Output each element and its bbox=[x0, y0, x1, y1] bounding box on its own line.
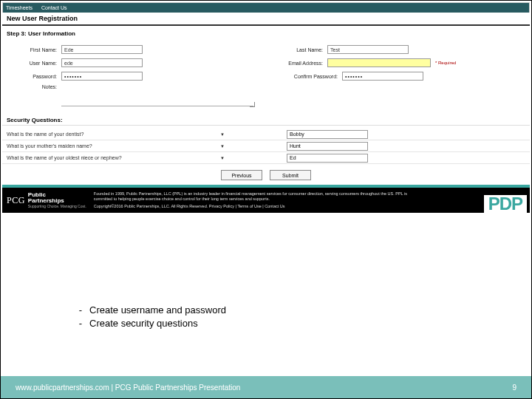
slide-footer: www.publicpartnerships.com | PCG Public … bbox=[1, 376, 531, 398]
security-question-1-select[interactable]: What is the name of your dentist? ▼ bbox=[2, 132, 228, 137]
submit-button[interactable]: Submit bbox=[270, 170, 311, 180]
security-questions-heading: Security Questions: bbox=[2, 112, 530, 126]
slide-page-number: 9 bbox=[512, 383, 516, 392]
chevron-down-icon: ▼ bbox=[220, 132, 225, 137]
page-title-bar: New User Registration bbox=[2, 13, 530, 26]
security-question-3-select[interactable]: What is the name of your oldest niece or… bbox=[2, 155, 228, 160]
step-heading: Step 3: User Information bbox=[2, 26, 530, 41]
notes-label: Notes: bbox=[10, 84, 61, 89]
top-nav: Timesheets Contact Us bbox=[2, 2, 530, 13]
notes-textarea[interactable] bbox=[61, 84, 253, 106]
security-answer-1-input[interactable]: Bobby bbox=[287, 130, 368, 139]
brand-tagline: Supporting Choice. Managing Cost. bbox=[28, 204, 86, 208]
security-question-1-text: What is the name of your dentist? bbox=[7, 132, 83, 137]
last-name-label: Last Name: bbox=[276, 47, 327, 52]
pdp-logo: PDP bbox=[484, 195, 527, 213]
bullet-1: Create username and password bbox=[89, 304, 226, 317]
pcg-logo-text: PCG bbox=[7, 195, 25, 206]
nav-contact-us[interactable]: Contact Us bbox=[41, 5, 67, 10]
email-required-badge: * Required bbox=[435, 61, 456, 65]
security-answer-3-input[interactable]: Ed bbox=[287, 154, 368, 163]
pcg-logo: PCG Public Partnerships Supporting Choic… bbox=[7, 192, 86, 208]
previous-button[interactable]: Previous bbox=[221, 170, 262, 180]
footer-line-1: Founded in 1999, Public Partnerships, LL… bbox=[94, 191, 412, 202]
chevron-down-icon: ▼ bbox=[220, 144, 225, 149]
footer-description: Founded in 1999, Public Partnerships, LL… bbox=[94, 191, 412, 208]
nav-timesheets[interactable]: Timesheets bbox=[6, 5, 33, 10]
last-name-input[interactable]: Test bbox=[327, 45, 409, 54]
first-name-label: First Name: bbox=[10, 47, 61, 52]
bullet-dash: - bbox=[75, 304, 82, 317]
footer-line-2: Copyright©2016 Public Partnerships, LLC.… bbox=[94, 204, 412, 209]
email-input[interactable] bbox=[327, 58, 431, 67]
user-name-input[interactable]: ede bbox=[61, 58, 143, 67]
password-label: Password: bbox=[10, 74, 61, 79]
security-answer-2-input[interactable]: Hunt bbox=[287, 142, 368, 151]
security-questions-list: What is the name of your dentist? ▼ Bobb… bbox=[2, 129, 530, 164]
bullet-dash: - bbox=[75, 317, 82, 330]
password-input[interactable]: ••••••• bbox=[61, 72, 143, 81]
user-name-label: User Name: bbox=[10, 61, 61, 66]
security-question-3-text: What is the name of your oldest niece or… bbox=[7, 155, 122, 160]
brand-partnerships: Partnerships bbox=[28, 197, 64, 204]
chevron-down-icon: ▼ bbox=[220, 156, 225, 160]
slide-bullets: -Create username and password -Create se… bbox=[75, 304, 226, 330]
slide-footer-text: www.publicpartnerships.com | PCG Public … bbox=[16, 383, 240, 392]
bullet-2: Create security questions bbox=[89, 317, 198, 330]
security-question-2-text: What is your mother's maiden name? bbox=[7, 143, 92, 149]
page-title: New User Registration bbox=[7, 15, 78, 22]
confirm-password-input[interactable]: ••••••• bbox=[342, 72, 423, 81]
email-label: Email Address: bbox=[276, 61, 327, 66]
form-buttons: Previous Submit bbox=[2, 170, 530, 185]
app-footer: PCG Public Partnerships Supporting Choic… bbox=[2, 188, 530, 213]
user-info-form: First Name: Ede Last Name: Test User Nam… bbox=[2, 41, 530, 112]
first-name-input[interactable]: Ede bbox=[61, 45, 143, 54]
security-question-2-select[interactable]: What is your mother's maiden name? ▼ bbox=[2, 143, 228, 149]
confirm-password-label: Confirm Password: bbox=[276, 74, 342, 79]
